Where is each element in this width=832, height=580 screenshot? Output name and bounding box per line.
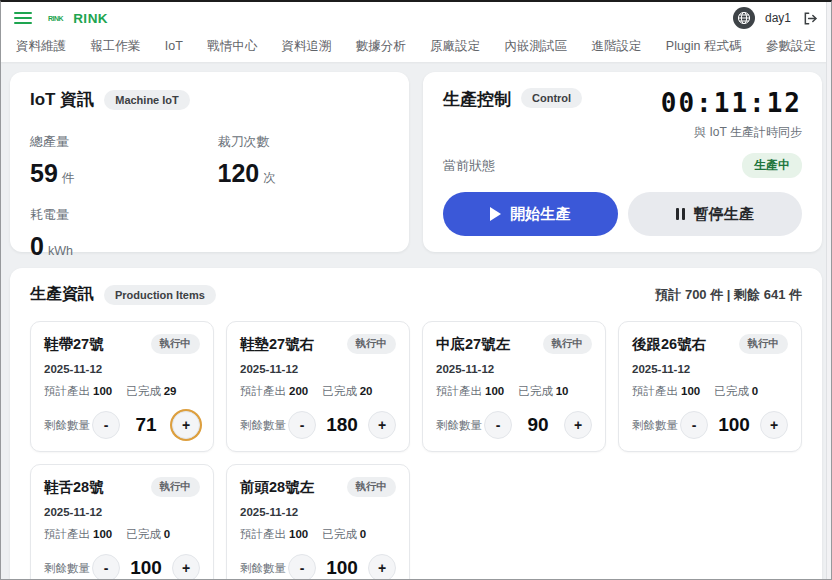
item-counts: 預計產出100 已完成0 <box>632 384 788 399</box>
decrease-button[interactable]: - <box>92 411 120 439</box>
remaining-qty-value: 180 <box>325 414 359 436</box>
username: day1 <box>765 11 791 25</box>
item-name: 後跟26號右 <box>632 335 706 354</box>
item-date: 2025-11-12 <box>436 363 592 375</box>
current-status-label: 當前狀態 <box>443 157 495 175</box>
control-card-title: 生產控制 <box>443 88 511 111</box>
nav-tab-0[interactable]: 資料維護 <box>16 38 66 55</box>
control-card-badge: Control <box>521 88 582 108</box>
logout-icon[interactable] <box>803 11 818 26</box>
production-items-grid: 鞋帶27號 執行中 2025-11-12 預計產出100 已完成29 剩餘數量 … <box>30 321 802 580</box>
start-production-button[interactable]: 開始生產 <box>443 192 618 236</box>
item-name: 中底27號左 <box>436 335 510 354</box>
iot-stats-grid: 總產量 59件 裁刀次數 120次 耗電量 0kWh <box>30 133 389 261</box>
nav-tab-3[interactable]: 戰情中心 <box>207 38 257 55</box>
decrease-button[interactable]: - <box>288 411 316 439</box>
production-control-card: 生產控制 Control 00:11:12 與 IoT 生產計時同步 當前狀態 … <box>423 72 822 252</box>
stat-label: 裁刀次數 <box>218 133 390 151</box>
increase-button[interactable]: + <box>368 411 396 439</box>
production-card-badge: Production Items <box>104 285 216 305</box>
remaining-qty-label: 剩餘數量 <box>240 418 286 433</box>
iot-card-title: IoT 資訊 <box>30 88 94 111</box>
item-status-badge: 執行中 <box>347 334 397 354</box>
item-name: 鞋帶27號 <box>44 335 104 354</box>
nav-tab-8[interactable]: 進階設定 <box>591 38 641 55</box>
stat-value: 120次 <box>218 159 390 188</box>
item-date: 2025-11-12 <box>44 363 200 375</box>
production-info-card: 生產資訊 Production Items 預計 700 件 | 剩餘 641 … <box>10 268 822 580</box>
item-status-badge: 執行中 <box>347 477 397 497</box>
item-counts: 預計產出100 已完成0 <box>240 527 396 542</box>
iot-info-card: IoT 資訊 Machine IoT 總產量 59件 裁刀次數 120次 耗電量… <box>10 72 409 252</box>
brand-logo-icon: RINK <box>48 15 63 22</box>
item-name: 鞋舌28號 <box>44 478 104 497</box>
increase-button[interactable]: + <box>172 411 200 439</box>
item-counts: 預計產出100 已完成0 <box>44 527 200 542</box>
play-icon <box>490 207 501 221</box>
iot-card-badge: Machine IoT <box>104 90 190 110</box>
item-counts: 預計產出100 已完成10 <box>436 384 592 399</box>
item-counts: 預計產出100 已完成29 <box>44 384 200 399</box>
top-bar: RINK RINK day1 <box>0 0 832 36</box>
production-item-card: 後跟26號右 執行中 2025-11-12 預計產出100 已完成0 剩餘數量 … <box>618 321 802 452</box>
nav-tab-2[interactable]: IoT <box>165 39 183 53</box>
decrease-button[interactable]: - <box>288 554 316 580</box>
item-status-badge: 執行中 <box>151 334 201 354</box>
nav-tab-1[interactable]: 報工作業 <box>90 38 140 55</box>
hamburger-menu-icon[interactable] <box>14 12 32 24</box>
scrollbar[interactable] <box>826 2 831 579</box>
increase-button[interactable]: + <box>760 411 788 439</box>
stat-unit: 次 <box>263 171 276 185</box>
iot-stat: 裁刀次數 120次 <box>218 133 390 188</box>
stat-unit: kWh <box>48 244 73 258</box>
stat-label: 總產量 <box>30 133 202 151</box>
item-date: 2025-11-12 <box>632 363 788 375</box>
decrease-button[interactable]: - <box>484 411 512 439</box>
remaining-qty-value: 90 <box>521 414 555 436</box>
increase-button[interactable]: + <box>368 554 396 580</box>
stat-value: 59件 <box>30 159 202 188</box>
production-timer: 00:11:12 <box>661 88 802 118</box>
nav-tab-9[interactable]: Plugin 程式碼 <box>666 38 742 55</box>
iot-stat: 總產量 59件 <box>30 133 202 188</box>
decrease-button[interactable]: - <box>92 554 120 580</box>
stat-value: 0kWh <box>30 232 202 261</box>
production-card-title: 生產資訊 <box>30 284 94 305</box>
production-item-card: 鞋墊27號右 執行中 2025-11-12 預計產出200 已完成20 剩餘數量… <box>226 321 410 452</box>
remaining-qty-value: 100 <box>325 557 359 579</box>
item-status-badge: 執行中 <box>739 334 789 354</box>
item-status-badge: 執行中 <box>543 334 593 354</box>
increase-button[interactable]: + <box>564 411 592 439</box>
remaining-qty-value: 100 <box>129 557 163 579</box>
nav-tab-10[interactable]: 參數設定 <box>766 38 816 55</box>
remaining-qty-label: 剩餘數量 <box>632 418 678 433</box>
brand-logo-text: RINK <box>73 11 108 26</box>
production-item-card: 前頭28號左 執行中 2025-11-12 預計產出100 已完成0 剩餘數量 … <box>226 464 410 580</box>
iot-stat: 耗電量 0kWh <box>30 206 202 261</box>
globe-avatar-icon[interactable] <box>733 7 755 29</box>
remaining-qty-value: 71 <box>129 414 163 436</box>
production-item-card: 鞋舌28號 執行中 2025-11-12 預計產出100 已完成0 剩餘數量 -… <box>30 464 214 580</box>
remaining-qty-label: 剩餘數量 <box>240 561 286 576</box>
remaining-qty-label: 剩餘數量 <box>44 561 90 576</box>
increase-button[interactable]: + <box>172 554 200 580</box>
item-date: 2025-11-12 <box>44 506 200 518</box>
item-counts: 預計產出200 已完成20 <box>240 384 396 399</box>
nav-tab-6[interactable]: 原廠設定 <box>430 38 480 55</box>
pause-production-button[interactable]: 暫停生產 <box>628 192 803 236</box>
item-status-badge: 執行中 <box>151 477 201 497</box>
item-name: 鞋墊27號右 <box>240 335 314 354</box>
item-date: 2025-11-12 <box>240 363 396 375</box>
stat-unit: 件 <box>62 171 75 185</box>
status-badge: 生產中 <box>742 153 802 178</box>
decrease-button[interactable]: - <box>680 411 708 439</box>
nav-tab-7[interactable]: 內嵌測試區 <box>505 38 568 55</box>
nav-tab-4[interactable]: 資料追溯 <box>282 38 332 55</box>
remaining-qty-label: 剩餘數量 <box>44 418 90 433</box>
pause-icon <box>676 208 685 220</box>
item-name: 前頭28號左 <box>240 478 314 497</box>
production-summary: 預計 700 件 | 剩餘 641 件 <box>655 286 802 304</box>
nav-tab-5[interactable]: 數據分析 <box>356 38 406 55</box>
production-item-card: 中底27號左 執行中 2025-11-12 預計產出100 已完成10 剩餘數量… <box>422 321 606 452</box>
timer-sync-note: 與 IoT 生產計時同步 <box>661 124 802 141</box>
